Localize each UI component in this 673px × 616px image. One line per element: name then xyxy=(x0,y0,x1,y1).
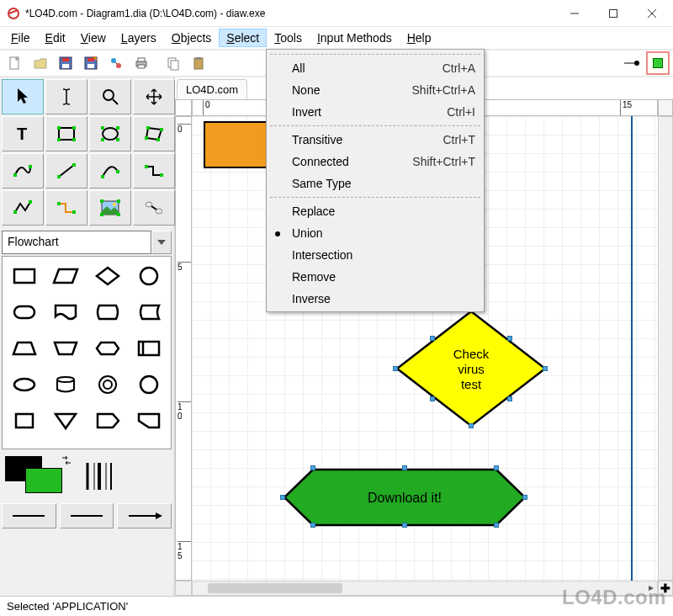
flowchart-decision[interactable]: Check virus test xyxy=(395,310,547,427)
tool-move[interactable] xyxy=(133,79,175,114)
line-style-start[interactable] xyxy=(2,503,56,528)
svg-rect-33 xyxy=(116,126,119,130)
shape-rect2[interactable] xyxy=(4,403,45,438)
menu-view[interactable]: View xyxy=(73,29,114,47)
vertical-scrollbar[interactable] xyxy=(658,116,673,581)
svg-rect-62 xyxy=(14,269,34,283)
tool-image[interactable] xyxy=(89,190,131,226)
menu-select-transitive[interactable]: TransitiveCtrl+T xyxy=(268,129,482,151)
shape-cylinder[interactable] xyxy=(45,367,86,402)
tool-ellipse[interactable] xyxy=(89,116,131,151)
svg-rect-26 xyxy=(59,128,74,140)
sample-preview[interactable] xyxy=(646,51,670,75)
shape-storage[interactable] xyxy=(129,331,169,366)
window-title: *LO4D.com - Diagram1.dia (D:\LO4D.com) -… xyxy=(25,8,555,19)
print-button[interactable] xyxy=(130,51,153,75)
svg-rect-56 xyxy=(117,199,120,203)
menu-select-none[interactable]: NoneShift+Ctrl+A xyxy=(268,79,482,101)
svg-rect-2 xyxy=(610,9,617,17)
save-button[interactable] xyxy=(54,51,77,75)
menu-select-same-type[interactable]: Same Type xyxy=(268,173,482,194)
menu-objects[interactable]: Objects xyxy=(164,29,219,47)
svg-point-67 xyxy=(99,376,116,393)
tool-line[interactable] xyxy=(45,153,87,189)
new-button[interactable] xyxy=(3,51,27,75)
svg-line-61 xyxy=(151,206,156,210)
export-button[interactable] xyxy=(104,51,128,75)
menu-select-union[interactable]: Union xyxy=(268,222,482,244)
tool-bezier-line[interactable] xyxy=(45,190,87,226)
copy-button[interactable] xyxy=(162,51,185,75)
shape-display[interactable] xyxy=(87,295,128,330)
save-as-button[interactable] xyxy=(79,51,103,75)
line-style-mid[interactable] xyxy=(60,503,114,528)
line-styles xyxy=(2,503,172,528)
tool-text-cursor[interactable] xyxy=(45,79,87,114)
tool-polyline[interactable] xyxy=(2,190,44,226)
menu-edit[interactable]: Edit xyxy=(38,29,73,47)
ruler-tick: 0 xyxy=(178,124,191,134)
menu-select-remove[interactable]: Remove xyxy=(268,266,482,288)
tool-arc[interactable] xyxy=(89,153,131,189)
menu-select-intersection[interactable]: Intersection xyxy=(268,244,482,266)
shape-rounded[interactable] xyxy=(4,295,45,330)
open-button[interactable] xyxy=(29,51,52,75)
shape-diamond[interactable] xyxy=(87,258,128,294)
shape-ellipse[interactable] xyxy=(4,367,45,402)
shape-document[interactable] xyxy=(45,295,86,330)
shape-pentagon[interactable] xyxy=(129,403,169,438)
shape-trapezoid-down[interactable] xyxy=(45,331,86,366)
menu-select-all[interactable]: AllCtrl+A xyxy=(268,57,482,79)
paste-button[interactable] xyxy=(187,51,210,75)
shape-tag[interactable] xyxy=(87,403,128,438)
svg-text:Check: Check xyxy=(453,347,490,361)
tool-bezier-shape[interactable] xyxy=(2,153,44,189)
document-tab[interactable]: LO4D.com xyxy=(177,79,247,99)
shape-ring[interactable] xyxy=(87,367,128,402)
guide-vertical[interactable] xyxy=(631,116,633,581)
background-color[interactable] xyxy=(25,468,62,493)
tool-connector[interactable] xyxy=(133,190,175,226)
svg-rect-41 xyxy=(29,165,32,168)
shape-circle2[interactable] xyxy=(129,367,169,402)
minimize-button[interactable] xyxy=(555,1,594,26)
menu-select-invert[interactable]: InvertCtrl+I xyxy=(268,101,482,123)
menu-select-inverse[interactable]: Inverse xyxy=(268,288,482,310)
category-select[interactable]: Flowchart xyxy=(2,231,151,254)
menu-select-connected[interactable]: ConnectedShift+Ctrl+T xyxy=(268,151,482,173)
swap-colors-icon[interactable] xyxy=(61,454,72,466)
menu-help[interactable]: Help xyxy=(400,29,439,47)
line-patterns[interactable] xyxy=(84,453,114,500)
scrollbar-thumb[interactable] xyxy=(208,583,342,593)
flowchart-terminator[interactable]: Download it! xyxy=(283,468,527,527)
tool-pointer[interactable] xyxy=(2,79,44,114)
category-dropdown-button[interactable] xyxy=(151,231,172,254)
menu-tools[interactable]: Tools xyxy=(267,29,310,47)
svg-rect-52 xyxy=(72,210,76,214)
menu-select[interactable]: Select xyxy=(219,29,267,47)
tool-zigzag[interactable] xyxy=(133,153,175,189)
shape-parallelogram[interactable] xyxy=(45,258,86,294)
line-style-end[interactable] xyxy=(117,503,172,528)
status-text: Selected 'APPLICATION' xyxy=(7,600,128,613)
svg-rect-58 xyxy=(117,213,120,216)
menu-file[interactable]: File xyxy=(3,29,38,47)
tool-box[interactable] xyxy=(45,116,87,151)
ruler-tick: 0 xyxy=(203,100,210,115)
shape-stored-data[interactable] xyxy=(129,295,169,330)
flowchart-rect[interactable] xyxy=(204,121,271,168)
menu-input-methods[interactable]: Input Methods xyxy=(310,29,400,47)
shape-circle[interactable] xyxy=(129,258,169,294)
tool-polygon[interactable] xyxy=(133,116,175,151)
tool-magnify[interactable] xyxy=(89,79,131,114)
shape-rect[interactable] xyxy=(4,258,45,294)
maximize-button[interactable] xyxy=(594,1,633,26)
menu-select-replace[interactable]: Replace xyxy=(268,200,482,222)
tool-text[interactable]: T xyxy=(2,116,44,151)
shape-hexagon[interactable] xyxy=(87,331,128,366)
svg-rect-8 xyxy=(62,58,69,61)
shape-trapezoid-up[interactable] xyxy=(4,331,45,366)
close-button[interactable] xyxy=(633,1,671,26)
menu-layers[interactable]: Layers xyxy=(114,29,164,47)
shape-triangle-down[interactable] xyxy=(45,403,86,438)
